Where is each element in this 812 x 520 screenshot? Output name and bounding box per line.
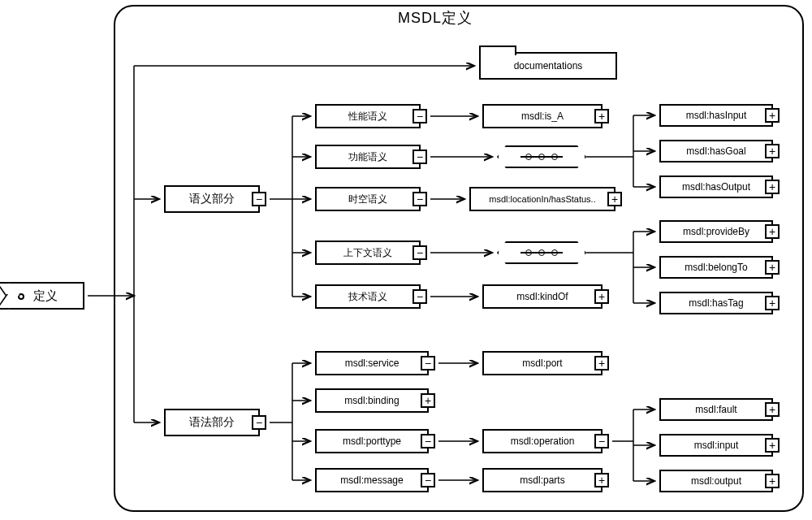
expand-icon[interactable]: + xyxy=(594,109,609,124)
semantic-section-label: 语义部分 xyxy=(189,192,235,206)
is-a-label: msdl:is_A xyxy=(521,110,564,122)
kindof-node: msdl:kindOf + xyxy=(482,284,603,309)
provide-by-node: msdl:provideBy + xyxy=(659,220,773,243)
porttype-label: msdl:porttype xyxy=(343,436,401,447)
expand-icon[interactable]: + xyxy=(765,296,780,310)
semantic-section-node: 语义部分 − xyxy=(164,185,260,213)
has-output-label: msdl:hasOutput xyxy=(682,181,750,193)
fault-label: msdl:fault xyxy=(695,404,736,415)
binding-node: msdl:binding + xyxy=(315,388,429,413)
expand-icon[interactable]: + xyxy=(765,474,780,488)
expand-icon[interactable]: + xyxy=(765,402,780,417)
expand-icon[interactable]: + xyxy=(594,473,609,488)
expand-icon[interactable]: + xyxy=(765,144,780,158)
collapse-icon[interactable]: − xyxy=(412,109,427,124)
context-sequence xyxy=(497,241,586,264)
expand-icon[interactable]: + xyxy=(765,260,780,275)
collapse-icon[interactable]: − xyxy=(412,192,427,206)
kindof-label: msdl:kindOf xyxy=(516,291,568,302)
syntax-section-node: 语法部分 − xyxy=(164,409,260,436)
expand-icon[interactable]: + xyxy=(421,393,435,408)
root-label: 定义 xyxy=(33,288,58,304)
binding-label: msdl:binding xyxy=(344,395,399,406)
input-label: msdl:input xyxy=(694,440,739,451)
expand-icon[interactable]: + xyxy=(765,438,780,453)
root-definition-node: 定义 xyxy=(6,282,84,310)
port-node: msdl:port + xyxy=(482,351,603,375)
expand-icon[interactable]: + xyxy=(765,108,780,123)
collapse-icon[interactable]: − xyxy=(252,192,266,206)
has-input-node: msdl:hasInput + xyxy=(659,104,773,127)
output-node: msdl:output + xyxy=(659,470,773,492)
belong-to-node: msdl:belongTo + xyxy=(659,256,773,279)
service-node: msdl:service − xyxy=(315,351,429,375)
collapse-icon[interactable]: − xyxy=(421,434,435,448)
parts-node: msdl:parts + xyxy=(482,468,603,492)
expand-icon[interactable]: + xyxy=(765,224,780,239)
spatiotemporal-semantic-node: 时空语义 − xyxy=(315,187,421,211)
input-node: msdl:input + xyxy=(659,434,773,457)
parts-label: msdl:parts xyxy=(520,474,564,486)
tech-semantic-node: 技术语义 − xyxy=(315,284,421,309)
collapse-icon[interactable]: − xyxy=(252,415,266,430)
porttype-node: msdl:porttype − xyxy=(315,429,429,453)
operation-node: msdl:operation − xyxy=(482,429,603,453)
has-input-label: msdl:hasInput xyxy=(686,110,747,121)
has-output-node: msdl:hasOutput + xyxy=(659,176,773,198)
expand-icon[interactable]: + xyxy=(594,289,609,304)
func-semantic-node: 功能语义 − xyxy=(315,145,421,169)
location-label: msdl:locationIn/hasStatus.. xyxy=(489,194,595,204)
context-label: 上下文语义 xyxy=(343,246,392,260)
documentations-folder: documentations xyxy=(479,52,617,80)
collapse-icon[interactable]: − xyxy=(421,473,435,488)
expand-icon[interactable]: + xyxy=(594,356,609,370)
documentations-label: documentations xyxy=(514,60,583,72)
operation-label: msdl:operation xyxy=(511,436,575,447)
collapse-icon[interactable]: − xyxy=(594,434,609,448)
collapse-icon[interactable]: − xyxy=(412,289,427,304)
perf-label: 性能语义 xyxy=(348,110,387,124)
spatiotemporal-label: 时空语义 xyxy=(348,193,387,206)
collapse-icon[interactable]: − xyxy=(412,245,427,260)
is-a-node: msdl:is_A + xyxy=(482,104,603,128)
diagram-title: MSDL定义 xyxy=(398,8,473,28)
expand-icon[interactable]: + xyxy=(765,180,780,194)
tech-label: 技术语义 xyxy=(348,290,387,304)
perf-semantic-node: 性能语义 − xyxy=(315,104,421,128)
belong-to-label: msdl:belongTo xyxy=(685,262,747,273)
message-label: msdl:message xyxy=(340,474,403,486)
location-node: msdl:locationIn/hasStatus.. + xyxy=(469,187,615,211)
service-label: msdl:service xyxy=(345,358,400,369)
provide-by-label: msdl:provideBy xyxy=(683,226,749,237)
syntax-section-label: 语法部分 xyxy=(189,415,235,430)
has-tag-node: msdl:hasTag + xyxy=(659,292,773,314)
context-semantic-node: 上下文语义 − xyxy=(315,240,421,265)
has-goal-node: msdl:hasGoal + xyxy=(659,140,773,162)
has-goal-label: msdl:hasGoal xyxy=(686,145,745,157)
message-node: msdl:message − xyxy=(315,468,429,492)
output-label: msdl:output xyxy=(691,475,741,487)
func-sequence xyxy=(497,145,586,168)
expand-icon[interactable]: + xyxy=(607,192,622,206)
port-label: msdl:port xyxy=(522,358,562,369)
fault-node: msdl:fault + xyxy=(659,398,773,421)
collapse-icon[interactable]: − xyxy=(421,356,435,370)
has-tag-label: msdl:hasTag xyxy=(689,297,743,309)
collapse-icon[interactable]: − xyxy=(412,150,427,164)
func-label: 功能语义 xyxy=(348,150,387,164)
